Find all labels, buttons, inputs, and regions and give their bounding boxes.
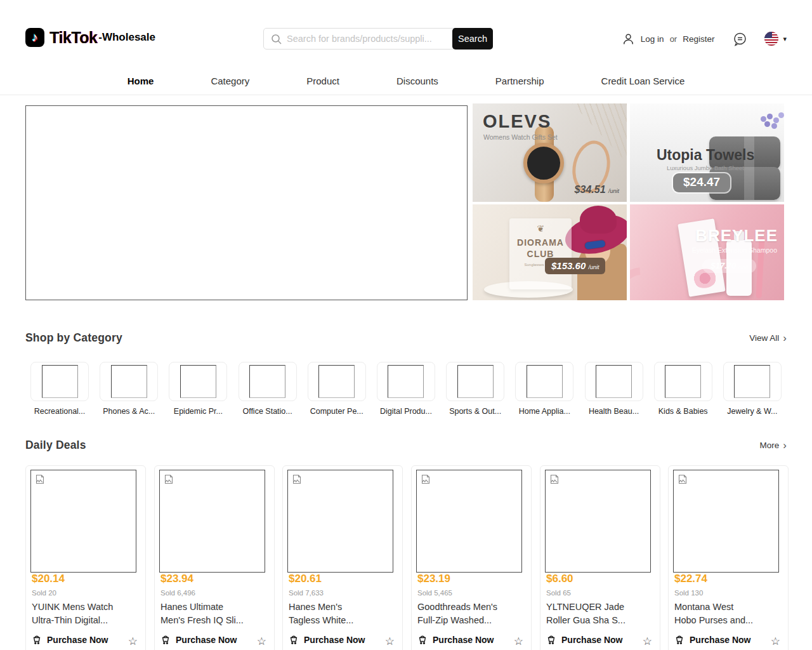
tiktok-note-icon: ♪ bbox=[25, 28, 44, 47]
category-image-placeholder bbox=[180, 365, 216, 398]
banner-diorama-club[interactable]: ❦ DIORAMA CLUB Sunglasses 18 mm $153.60 … bbox=[473, 204, 627, 300]
deal-card-6[interactable]: $22.74 Sold 130 Montana WestHobo Purses … bbox=[668, 465, 789, 650]
favorite-star-icon[interactable]: ☆ bbox=[643, 635, 652, 648]
broken-image-icon bbox=[421, 474, 431, 484]
purchase-now-button[interactable]: Purchase Now bbox=[674, 635, 750, 645]
category-tile-sports[interactable]: Sports & Out... bbox=[446, 362, 504, 416]
category-label: Digital Produ... bbox=[377, 407, 435, 416]
nav-item-home[interactable]: Home bbox=[128, 76, 154, 86]
category-tile-jewelry[interactable]: Jewelry & W... bbox=[723, 362, 782, 416]
caret-down-icon: ▾ bbox=[783, 35, 787, 43]
product-image-placeholder bbox=[673, 470, 779, 573]
hat-crown-graphic bbox=[580, 206, 617, 234]
deal-sold-count: Sold 6,496 bbox=[160, 589, 195, 597]
favorite-star-icon[interactable]: ☆ bbox=[385, 635, 395, 648]
category-image-placeholder bbox=[388, 365, 424, 398]
category-image-placeholder bbox=[596, 365, 632, 398]
category-tile-digital[interactable]: Digital Produ... bbox=[377, 362, 435, 416]
favorite-star-icon[interactable]: ☆ bbox=[514, 635, 523, 648]
search-icon bbox=[271, 34, 282, 45]
banner-olevs[interactable]: OLEVS Womens Watch Gifts Set $34.51 /uni… bbox=[473, 103, 627, 202]
deal-sold-count: Sold 130 bbox=[674, 589, 703, 597]
deal-sold-count: Sold 65 bbox=[546, 589, 571, 597]
deal-sold-count: Sold 5,465 bbox=[417, 589, 452, 597]
search-input[interactable] bbox=[287, 29, 452, 49]
purchase-now-button[interactable]: Purchase Now bbox=[546, 635, 622, 645]
category-tile-phones[interactable]: Phones & Ac... bbox=[100, 362, 158, 416]
category-image-placeholder bbox=[111, 365, 147, 398]
product-image-placeholder bbox=[416, 470, 522, 573]
chat-icon[interactable] bbox=[732, 31, 748, 47]
or-label: or bbox=[670, 34, 678, 44]
search-button[interactable]: Search bbox=[452, 28, 493, 50]
deal-sold-count: Sold 7,633 bbox=[289, 589, 324, 597]
chevron-right-icon: › bbox=[783, 440, 787, 451]
broken-image-icon bbox=[678, 474, 688, 484]
view-all-link[interactable]: View All › bbox=[749, 333, 787, 343]
purchase-now-button[interactable]: Purchase Now bbox=[417, 635, 494, 645]
banner-breylee[interactable]: BREYLEE Eyelash Extension Shampoo $17.70… bbox=[630, 204, 784, 300]
deal-card-3[interactable]: $20.61 Sold 7,633 Hanes Men'sTagless Whi… bbox=[282, 465, 403, 650]
more-link[interactable]: More › bbox=[760, 440, 787, 451]
person-icon[interactable] bbox=[622, 32, 635, 46]
search-bar: Search bbox=[263, 28, 493, 50]
banner-price: $34.51 /unit bbox=[575, 184, 619, 196]
deal-card-4[interactable]: $23.19 Sold 5,465 Goodthreads Men'sFull-… bbox=[411, 465, 532, 650]
hero-carousel-placeholder[interactable] bbox=[25, 105, 468, 300]
category-label: Jewelry & W... bbox=[723, 407, 782, 416]
banner-utopia-towels[interactable]: Utopia Towels Luxurious Jumbo Bath Sheet… bbox=[630, 103, 784, 202]
cart-icon bbox=[32, 635, 42, 645]
banner-title: BREYLEE bbox=[695, 226, 778, 246]
product-image-placeholder bbox=[159, 470, 265, 573]
category-tile-kids-babies[interactable]: Kids & Babies bbox=[654, 362, 712, 416]
purchase-now-button[interactable]: Purchase Now bbox=[160, 635, 237, 645]
favorite-star-icon[interactable]: ☆ bbox=[771, 635, 780, 648]
language-selector[interactable]: ▾ bbox=[764, 32, 787, 46]
product-image-placeholder bbox=[545, 470, 651, 573]
category-tile-health-beauty[interactable]: Health Beau... bbox=[585, 362, 643, 416]
deal-card-2[interactable]: $23.94 Sold 6,496 Hanes UltimateMen's Fr… bbox=[154, 465, 275, 650]
favorite-star-icon[interactable]: ☆ bbox=[257, 635, 266, 648]
category-tile-office[interactable]: Office Statio... bbox=[239, 362, 297, 416]
category-image-placeholder bbox=[249, 365, 285, 398]
purchase-now-button[interactable]: Purchase Now bbox=[32, 635, 108, 645]
deal-title: Hanes Men'sTagless White... bbox=[289, 600, 398, 627]
banner-price-badge: $24.47 bbox=[673, 173, 730, 192]
brand-suffix: -Wholesale bbox=[98, 31, 155, 44]
purchase-now-button[interactable]: Purchase Now bbox=[289, 635, 365, 645]
brand-logo[interactable]: ♪ TikTok -Wholesale bbox=[25, 28, 155, 47]
category-tile-epidemic[interactable]: Epidemic Pr... bbox=[169, 362, 227, 416]
deal-card-1[interactable]: $20.14 Sold 20 YUINK Mens WatchUltra-Thi… bbox=[25, 465, 146, 650]
us-flag-icon bbox=[764, 32, 778, 46]
nav-item-category[interactable]: Category bbox=[211, 76, 249, 86]
ribbon-graphic bbox=[630, 256, 681, 300]
category-image-placeholder bbox=[457, 365, 494, 398]
category-image-placeholder bbox=[527, 365, 563, 398]
cart-icon bbox=[160, 635, 171, 645]
brand-name: TikTok bbox=[49, 29, 97, 47]
category-label: Office Statio... bbox=[239, 407, 297, 416]
category-row: Recreational... Phones & Ac... Epidemic … bbox=[30, 362, 782, 416]
deal-title: YLTNEUQER JadeRoller Gua Sha S... bbox=[546, 600, 655, 627]
nav-item-credit-loan[interactable]: Credit Loan Service bbox=[601, 76, 685, 86]
nav-item-partnership[interactable]: Partnership bbox=[495, 76, 544, 86]
nav-item-discounts[interactable]: Discounts bbox=[396, 76, 438, 86]
nav-item-product[interactable]: Product bbox=[306, 76, 339, 86]
category-section-title: Shop by Category bbox=[25, 331, 122, 345]
category-tile-recreational[interactable]: Recreational... bbox=[30, 362, 89, 416]
deal-title: YUINK Mens WatchUltra-Thin Digital... bbox=[32, 600, 141, 627]
category-tile-computer[interactable]: Computer Pe... bbox=[308, 362, 366, 416]
favorite-star-icon[interactable]: ☆ bbox=[128, 635, 138, 648]
category-label: Phones & Ac... bbox=[100, 407, 158, 416]
banner-subtitle: Womens Watch Gifts Set bbox=[483, 133, 558, 141]
banner-price-badge: $153.60 /unit bbox=[545, 258, 605, 274]
product-image-placeholder bbox=[287, 470, 393, 573]
broken-image-icon bbox=[164, 474, 174, 484]
deal-price: $23.94 bbox=[160, 573, 193, 585]
cart-icon bbox=[546, 635, 556, 645]
login-link[interactable]: Log in bbox=[641, 34, 664, 44]
category-tile-home-appliance[interactable]: Home Applia... bbox=[515, 362, 573, 416]
register-link[interactable]: Register bbox=[683, 34, 714, 44]
deal-card-5[interactable]: $6.60 Sold 65 YLTNEUQER JadeRoller Gua S… bbox=[540, 465, 660, 650]
banner-subtitle: Eyelash Extension Shampoo bbox=[692, 246, 777, 254]
